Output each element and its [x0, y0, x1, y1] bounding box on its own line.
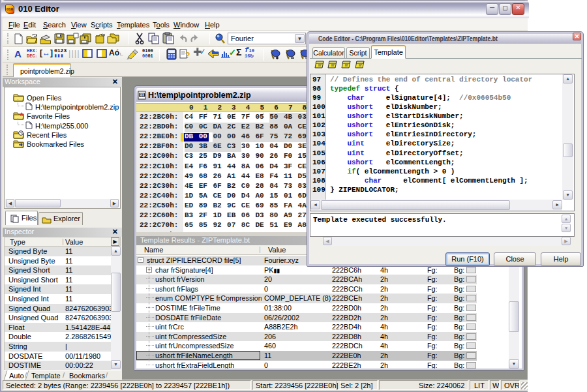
svg-text:?: ? — [185, 51, 190, 60]
svg-text:010: 010 — [140, 93, 145, 97]
